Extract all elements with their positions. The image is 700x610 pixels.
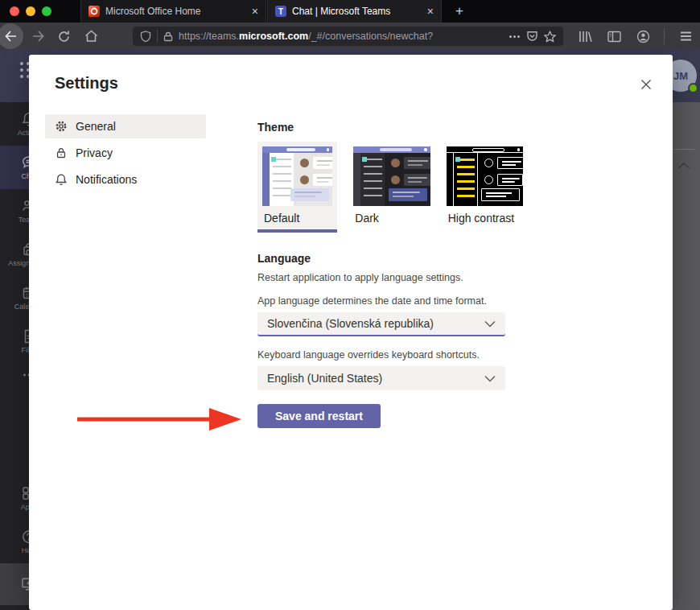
browser-titlebar: Microsoft Office Home × T Chat | Microso…	[0, 0, 700, 23]
annotation-arrow	[74, 406, 245, 433]
home-icon	[84, 30, 98, 43]
avatar-initials: JM	[673, 70, 688, 82]
nav-item-notifications[interactable]: Notifications	[45, 167, 206, 192]
chevron-down-icon	[484, 375, 496, 382]
app-language-value: Slovenčina (Slovenská republika)	[267, 317, 434, 330]
nav-label: Notifications	[76, 173, 137, 186]
pocket-icon[interactable]	[526, 31, 538, 42]
lock-icon	[163, 31, 173, 42]
gear-icon	[55, 120, 68, 133]
app-language-note: App language determines the date and tim…	[257, 295, 523, 307]
tab-office-home[interactable]: Microsoft Office Home ×	[80, 0, 266, 23]
forward-button[interactable]	[27, 23, 51, 50]
theme-label: Default	[262, 206, 332, 229]
bookmark-star-icon[interactable]	[544, 31, 556, 43]
theme-label: High contrast	[447, 206, 523, 229]
keyboard-language-value: English (United States)	[267, 372, 382, 385]
url-text: https://teams.microsoft.com/_#/conversat…	[179, 31, 503, 42]
theme-option-high-contrast[interactable]: High contrast	[447, 142, 523, 229]
window-controls	[10, 6, 51, 16]
close-window-button[interactable]	[10, 6, 19, 16]
divider	[664, 28, 665, 44]
theme-preview-dark	[353, 146, 430, 206]
zoom-window-button[interactable]	[42, 6, 51, 16]
menu-button[interactable]	[677, 31, 694, 41]
nav-label: Privacy	[76, 146, 113, 159]
divider	[157, 30, 158, 43]
theme-option-dark[interactable]: Dark	[353, 142, 430, 229]
nav-label: General	[76, 120, 116, 133]
chevron-down-icon	[484, 320, 496, 328]
dialog-title: Settings	[55, 74, 118, 93]
page-actions-icon[interactable]	[509, 35, 521, 39]
presence-dot	[688, 83, 698, 93]
minimize-window-button[interactable]	[26, 6, 35, 16]
restart-note: Restart application to apply language se…	[257, 272, 523, 283]
close-dialog-button[interactable]	[637, 76, 655, 93]
tab-close-icon[interactable]: ×	[427, 6, 434, 17]
tab-title: Microsoft Office Home	[105, 6, 246, 17]
teams-favicon-icon: T	[275, 6, 286, 17]
app-language-select[interactable]: Slovenčina (Slovenská republika)	[257, 312, 505, 336]
library-button[interactable]	[577, 31, 593, 43]
url-bar[interactable]: https://teams.microsoft.com/_#/conversat…	[133, 27, 563, 46]
new-tab-button[interactable]: +	[447, 0, 471, 23]
settings-dialog: Settings General Privacy Notifications T…	[29, 55, 673, 610]
settings-content: Theme Default	[257, 121, 523, 428]
back-button[interactable]	[0, 23, 23, 49]
lock-icon	[55, 146, 68, 159]
refresh-icon	[57, 30, 71, 43]
theme-options: Default Dark	[257, 142, 523, 233]
save-and-restart-button[interactable]: Save and restart	[257, 404, 381, 428]
back-icon	[4, 31, 17, 42]
theme-label: Dark	[353, 206, 430, 229]
office-favicon-icon	[89, 6, 100, 17]
tab-teams-chat[interactable]: T Chat | Microsoft Teams ×	[267, 0, 442, 23]
settings-nav: General Privacy Notifications	[45, 114, 206, 192]
chevron-up-icon[interactable]	[677, 159, 691, 174]
account-button[interactable]	[635, 30, 651, 43]
nav-item-general[interactable]: General	[45, 114, 206, 138]
refresh-button[interactable]	[51, 23, 76, 50]
theme-option-default[interactable]: Default	[257, 142, 337, 233]
home-button[interactable]	[79, 23, 103, 50]
bell-icon	[55, 173, 68, 186]
library-icon	[579, 31, 592, 43]
nav-item-privacy[interactable]: Privacy	[45, 141, 206, 165]
theme-preview-default	[262, 146, 332, 206]
shield-icon	[140, 31, 151, 43]
divider	[673, 149, 694, 150]
keyboard-language-note: Keyboard language overrides keyboard sho…	[257, 349, 523, 361]
toolbar-right-icons	[577, 23, 694, 50]
tab-close-icon[interactable]: ×	[252, 6, 258, 17]
account-icon	[636, 30, 650, 43]
sidebars-button[interactable]	[606, 31, 622, 43]
forward-icon	[32, 31, 45, 42]
language-heading: Language	[257, 252, 523, 265]
tab-title: Chat | Microsoft Teams	[292, 6, 422, 17]
theme-heading: Theme	[257, 121, 523, 134]
keyboard-language-select[interactable]: English (United States)	[257, 366, 505, 390]
sidebar-panel-icon	[607, 31, 621, 43]
menu-icon	[680, 31, 692, 41]
theme-preview-high-contrast	[447, 146, 523, 206]
close-icon	[640, 79, 652, 90]
